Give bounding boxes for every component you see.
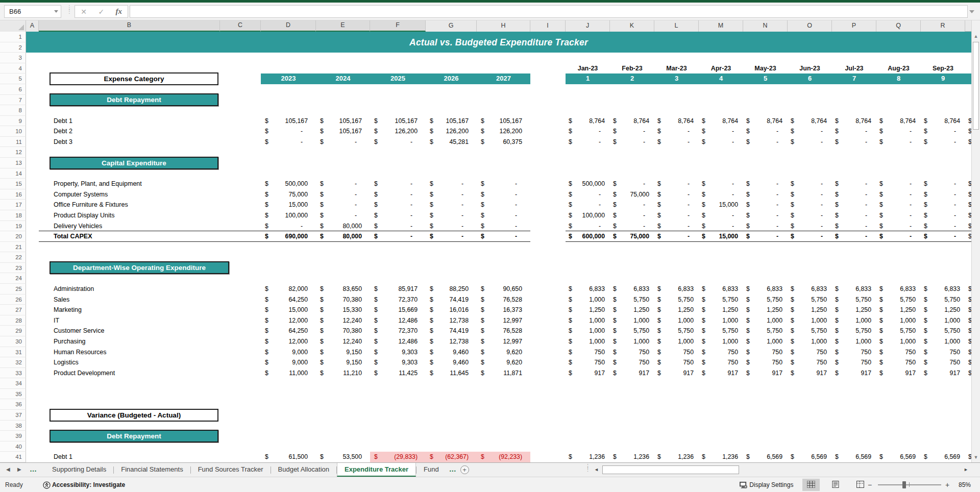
sheet-tab-supporting-details[interactable]: Supporting Details (45, 463, 113, 477)
row-header-20[interactable]: 20 (0, 231, 26, 242)
cell-D10[interactable]: $- (261, 126, 316, 137)
cell-L27[interactable]: $1,250 (654, 305, 699, 315)
cell-L19[interactable]: $- (654, 221, 699, 232)
cell-Q26[interactable]: $5,750 (876, 294, 921, 305)
cell-E9[interactable]: $105,167 (316, 116, 370, 127)
cell-O26[interactable]: $5,750 (788, 294, 832, 305)
cell-M27[interactable]: $1,250 (699, 305, 743, 315)
cell-D32[interactable]: $9,000 (261, 357, 316, 368)
cell-R41[interactable]: $6,569 (921, 452, 965, 462)
cell-K28[interactable]: $1,000 (610, 315, 654, 326)
cell-K11[interactable]: $- (610, 137, 654, 147)
cell-M26[interactable]: $5,750 (699, 294, 743, 305)
cell-D18[interactable]: $100,000 (261, 210, 316, 221)
cell-K15[interactable]: $- (610, 179, 654, 189)
cell-K29[interactable]: $5,750 (610, 326, 654, 336)
cell-F20[interactable]: $- (370, 231, 426, 242)
cell-E31[interactable]: $9,150 (316, 347, 370, 358)
row-header-18[interactable]: 18 (0, 210, 26, 221)
cell-N29[interactable]: $5,750 (743, 326, 788, 336)
cell-O11[interactable]: $- (788, 137, 832, 147)
cell-Q32[interactable]: $750 (876, 357, 921, 368)
cell-F16[interactable]: $- (370, 189, 426, 200)
cell-S25[interactable]: $ (965, 284, 971, 294)
cell-D20[interactable]: $690,000 (261, 231, 316, 242)
cell-B31[interactable]: Human Resources (39, 347, 220, 358)
cell-S15[interactable]: $ (965, 179, 971, 189)
cell-B26[interactable]: Sales (39, 294, 220, 305)
cell-P28[interactable]: $1,000 (832, 315, 876, 326)
row-header-34[interactable]: 34 (0, 378, 26, 389)
column-header-C[interactable]: C (220, 20, 261, 32)
cell-G30[interactable]: $12,738 (426, 336, 477, 347)
cell-E25[interactable]: $83,650 (316, 284, 370, 294)
cell-L30[interactable]: $1,000 (654, 336, 699, 347)
cell-Q29[interactable]: $5,750 (876, 326, 921, 336)
row-header-29[interactable]: 29 (0, 326, 26, 336)
row-header-9[interactable]: 9 (0, 116, 26, 127)
cell-H9[interactable]: $105,167 (477, 116, 530, 127)
cell-H11[interactable]: $60,375 (477, 137, 530, 147)
cell-B25[interactable]: Administration (39, 284, 220, 294)
cell-S11[interactable]: $ (965, 137, 971, 147)
cell-G33[interactable]: $11,645 (426, 368, 477, 379)
cell-L26[interactable]: $5,750 (654, 294, 699, 305)
cell-Q15[interactable]: $- (876, 179, 921, 189)
row-header-37[interactable]: 37 (0, 410, 26, 421)
cell-O41[interactable]: $6,569 (788, 452, 832, 462)
cell-R28[interactable]: $1,000 (921, 315, 965, 326)
cell-F15[interactable]: $- (370, 179, 426, 189)
cell-J33[interactable]: $917 (566, 368, 610, 379)
cell-H29[interactable]: $76,528 (477, 326, 530, 336)
row-header-21[interactable]: 21 (0, 242, 26, 253)
row-header-23[interactable]: 23 (0, 263, 26, 274)
cell-L10[interactable]: $- (654, 126, 699, 137)
cell-P32[interactable]: $750 (832, 357, 876, 368)
cell-O30[interactable]: $1,000 (788, 336, 832, 347)
cell-E11[interactable]: $- (316, 137, 370, 147)
zoom-slider-thumb[interactable] (902, 481, 906, 488)
cell-S16[interactable]: $ (965, 189, 971, 200)
sheet-tab-fund[interactable]: Fund (416, 463, 446, 477)
cell-N17[interactable]: $- (743, 200, 788, 210)
cell-S26[interactable]: $ (965, 294, 971, 305)
row-header-24[interactable]: 24 (0, 273, 26, 284)
cell-M17[interactable]: $15,000 (699, 200, 743, 210)
cell-L41[interactable]: $1,236 (654, 452, 699, 462)
cell-S27[interactable]: $ (965, 305, 971, 315)
sheet-tab-financial-statements[interactable]: Financial Statements (114, 463, 190, 477)
cell-K18[interactable]: $- (610, 210, 654, 221)
cell-S18[interactable]: $ (965, 210, 971, 221)
row-header-41[interactable]: 41 (0, 452, 26, 462)
cell-P25[interactable]: $6,833 (832, 284, 876, 294)
cell-E18[interactable]: $- (316, 210, 370, 221)
cell-O28[interactable]: $1,000 (788, 315, 832, 326)
cell-K20[interactable]: $75,000 (610, 231, 654, 242)
cell-Q11[interactable]: $- (876, 137, 921, 147)
cell-H19[interactable]: $- (477, 221, 530, 232)
cell-P18[interactable]: $- (832, 210, 876, 221)
row-header-31[interactable]: 31 (0, 347, 26, 358)
cell-J10[interactable]: $- (566, 126, 610, 137)
cell-S28[interactable]: $ (965, 315, 971, 326)
cell-M19[interactable]: $- (699, 221, 743, 232)
cell-H15[interactable]: $- (477, 179, 530, 189)
cell-B16[interactable]: Computer Systems (39, 189, 220, 200)
cell-Q31[interactable]: $750 (876, 347, 921, 358)
cell-R18[interactable]: $- (921, 210, 965, 221)
cancel-icon[interactable]: ✕ (77, 8, 91, 16)
row-header-7[interactable]: 7 (0, 95, 26, 106)
cell-N18[interactable]: $- (743, 210, 788, 221)
column-header-L[interactable]: L (654, 20, 699, 32)
cell-F19[interactable]: $- (370, 221, 426, 232)
insert-function-icon[interactable]: fx (112, 7, 126, 16)
cell-L11[interactable]: $- (654, 137, 699, 147)
cell-L33[interactable]: $917 (654, 368, 699, 379)
column-header-H[interactable]: H (477, 20, 530, 32)
cell-S32[interactable]: $ (965, 357, 971, 368)
column-header-A[interactable]: A (26, 20, 39, 32)
cell-M18[interactable]: $- (699, 210, 743, 221)
column-header-R[interactable]: R (921, 20, 965, 32)
section-header-department-wise-operating-expenditure[interactable]: Department-Wise Operating Expenditure (50, 261, 229, 274)
row-header-13[interactable]: 13 (0, 158, 26, 168)
